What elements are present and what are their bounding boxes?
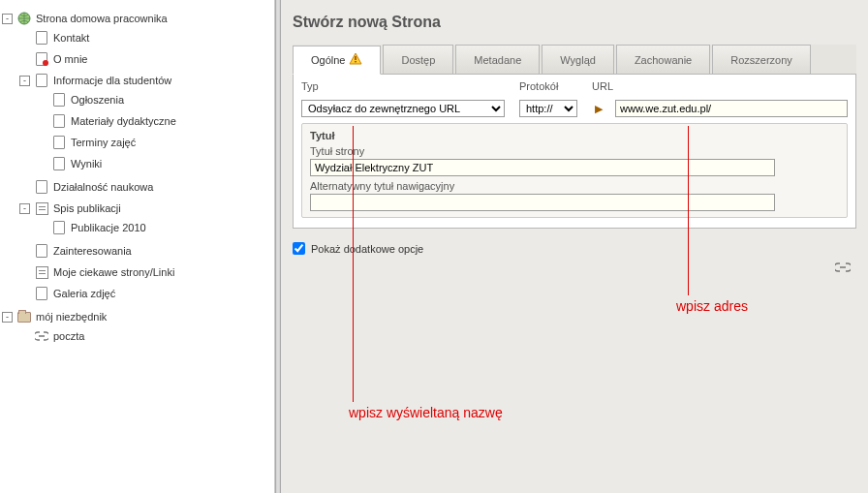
tab-label: Dostęp <box>401 54 435 66</box>
tab-label: Metadane <box>474 54 521 66</box>
link-icon[interactable] <box>835 260 851 275</box>
annotation-line <box>353 126 354 402</box>
tree-item[interactable]: -mój niezbędnik <box>0 308 274 325</box>
tab-label: Rozszerzony <box>730 54 792 66</box>
tree-item[interactable]: Moje ciekawe strony/Linki <box>17 263 274 281</box>
main-content: Stwórz nową Strona OgólneDostępMetadaneW… <box>281 0 868 493</box>
tree-item-label: Moje ciekawe strony/Linki <box>53 266 174 278</box>
page-icon <box>51 220 67 235</box>
tree-item-label: Terminy zajęć <box>71 137 136 148</box>
tab-dostęp[interactable]: Dostęp <box>383 45 453 74</box>
alt-title-label: Alternatywny tytuł nawigacyjny <box>310 180 839 192</box>
svg-rect-1 <box>356 56 356 60</box>
tree-item-label: O mnie <box>53 53 87 65</box>
tab-label: Zachowanie <box>635 54 692 66</box>
tree-toggle[interactable]: - <box>19 76 30 86</box>
annotation-line <box>688 126 689 295</box>
tree-item-label: Strona domowa pracownika <box>36 13 168 24</box>
page-red-icon <box>34 51 49 67</box>
tab-metadane[interactable]: Metadane <box>455 45 540 74</box>
page-icon <box>34 73 49 88</box>
tree-item[interactable]: Wyniki <box>35 155 274 172</box>
tree-item[interactable]: Działalność naukowa <box>17 178 274 196</box>
protocol-select[interactable]: http:// <box>519 100 577 117</box>
tree-toggle[interactable]: - <box>19 203 30 214</box>
tree-item[interactable]: -Spis publikacji <box>17 200 274 217</box>
link-icon <box>34 328 49 344</box>
tree-item-label: mój niezbędnik <box>36 311 107 323</box>
page-title-input[interactable] <box>310 159 775 176</box>
tree-item-label: Działalność naukowa <box>53 181 153 193</box>
tab-label: Wygląd <box>560 54 596 66</box>
show-more-checkbox[interactable] <box>293 242 305 255</box>
page-icon <box>34 243 49 259</box>
svg-rect-2 <box>356 61 356 62</box>
page-icon <box>51 156 67 171</box>
title-section-header: Tytuł <box>310 130 839 141</box>
tree-item[interactable]: Zainteresowania <box>17 242 274 260</box>
tree-item[interactable]: Ogłoszenia <box>35 91 274 108</box>
tabs-bar: OgólneDostępMetadaneWyglądZachowanieRozs… <box>293 45 856 75</box>
tree-item[interactable]: Galeria zdjęć <box>17 285 274 302</box>
tree-item[interactable]: O mnie <box>17 50 274 68</box>
url-go-icon[interactable]: ▶ <box>592 100 605 117</box>
show-more-checkbox-row[interactable]: Pokaż dodatkowe opcje <box>293 242 856 255</box>
page-tree-sidebar: -Strona domowa pracownikaKontaktO mnie-I… <box>0 0 275 493</box>
url-label: URL <box>592 80 848 92</box>
alt-title-input[interactable] <box>310 194 775 211</box>
page-icon <box>34 30 49 46</box>
annotation-bottom: wpisz wyświeltaną nazwę <box>349 405 503 420</box>
tab-wygląd[interactable]: Wygląd <box>542 45 614 74</box>
tree-item-label: Materiały dydaktyczne <box>71 115 176 127</box>
page-icon <box>34 179 49 195</box>
tree-item-label: Galeria zdjęć <box>53 288 115 299</box>
tree-item[interactable]: Terminy zajęć <box>35 134 274 151</box>
tab-ogólne[interactable]: Ogólne <box>293 46 381 75</box>
tree-item-label: Spis publikacji <box>53 202 121 214</box>
annotation-right: wpisz adres <box>676 298 748 314</box>
tree-item[interactable]: -Strona domowa pracownika <box>0 10 274 27</box>
page-icon <box>51 113 67 129</box>
tree-item-label: Informacje dla studentów <box>53 75 171 86</box>
tree-item[interactable]: Kontakt <box>17 29 274 46</box>
tree-item[interactable]: poczta <box>17 327 274 345</box>
title-section: Tytuł Tytuł strony Alternatywny tytuł na… <box>301 123 848 218</box>
warning-icon <box>349 52 362 68</box>
tree-item-label: Wyniki <box>71 158 102 169</box>
tree-item[interactable]: Publikacje 2010 <box>35 219 274 236</box>
tree-item-label: Publikacje 2010 <box>71 222 146 233</box>
type-select[interactable]: Odsyłacz do zewnętrznego URL <box>301 100 505 117</box>
globe-icon <box>16 11 32 26</box>
page-title: Stwórz nową Strona <box>293 14 856 31</box>
type-label: Typ <box>301 80 510 92</box>
page-icon <box>34 286 49 301</box>
tab-zachowanie[interactable]: Zachowanie <box>616 45 710 74</box>
form-panel: Typ Protokół URL Odsyłacz do zewnętrzneg… <box>293 75 856 229</box>
tree-item-label: Kontakt <box>53 32 89 44</box>
page-title-label: Tytuł strony <box>310 145 839 157</box>
folder-icon <box>16 309 32 324</box>
tree-item-label: Zainteresowania <box>53 245 132 257</box>
protocol-label: Protokół <box>519 80 582 92</box>
page-icon <box>51 92 67 108</box>
tab-rozszerzony[interactable]: Rozszerzony <box>712 45 811 74</box>
url-input[interactable] <box>615 100 848 117</box>
list-icon <box>34 200 49 216</box>
list-icon <box>34 264 49 280</box>
tab-label: Ogólne <box>311 54 345 66</box>
tree-toggle[interactable]: - <box>2 14 13 24</box>
tree-item[interactable]: -Informacje dla studentów <box>17 72 274 89</box>
tree-item[interactable]: Materiały dydaktyczne <box>35 112 274 130</box>
tree-toggle[interactable]: - <box>2 312 13 323</box>
page-icon <box>51 135 67 150</box>
show-more-label: Pokaż dodatkowe opcje <box>311 243 423 255</box>
tree-item-label: Ogłoszenia <box>71 94 124 106</box>
tree-item-label: poczta <box>53 330 84 342</box>
